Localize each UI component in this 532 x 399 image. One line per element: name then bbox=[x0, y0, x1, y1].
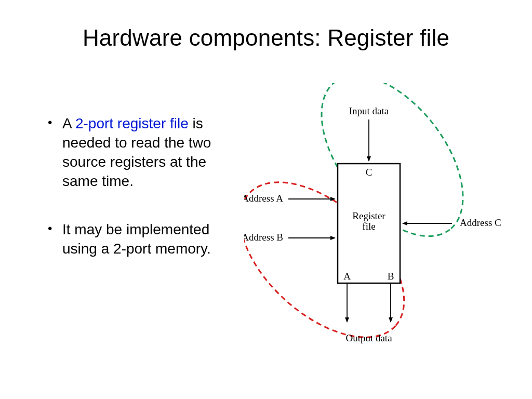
bullet-1-pre: A bbox=[62, 115, 75, 131]
body-text: A 2-port register file is needed to read… bbox=[48, 114, 235, 288]
box-label-line1: Register bbox=[352, 210, 385, 221]
box-label-line2: file bbox=[362, 221, 375, 232]
address-a-label: Address A bbox=[244, 193, 283, 204]
slide-title: Hardware components: Register file bbox=[0, 25, 532, 51]
input-data-label: Input data bbox=[349, 105, 389, 116]
address-c-label: Address C bbox=[460, 217, 501, 228]
bullet-1: A 2-port register file is needed to read… bbox=[48, 114, 235, 191]
output-data-label: Output data bbox=[345, 332, 392, 343]
bullet-1-term: 2-port register file bbox=[75, 115, 189, 131]
register-file-diagram: C Register file A B Input data Address A… bbox=[244, 83, 525, 374]
port-c-label: C bbox=[366, 167, 373, 178]
bullet-2: It may be implemented using a 2-port mem… bbox=[48, 220, 235, 259]
port-b-label: B bbox=[388, 271, 394, 282]
port-a-label: A bbox=[343, 271, 351, 282]
slide: Hardware components: Register file A 2-p… bbox=[0, 0, 532, 399]
address-b-label: Address B bbox=[244, 232, 283, 243]
